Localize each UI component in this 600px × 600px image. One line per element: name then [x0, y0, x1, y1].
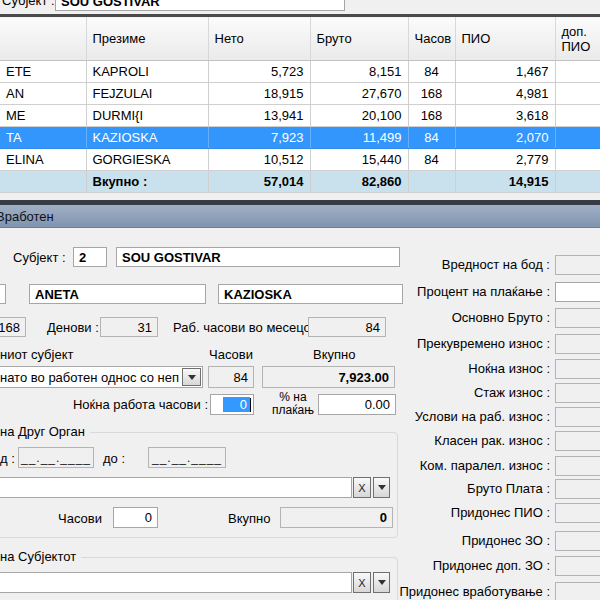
seniority-amount-label: Стаж износ :: [360, 385, 550, 400]
total-column-label: Вкупно: [313, 347, 355, 362]
dop-zo-contribution-field: [555, 556, 600, 576]
value-point-field: [555, 255, 600, 275]
col-bruto[interactable]: Бруто: [310, 16, 408, 61]
table-row[interactable]: ELINA GORGIESKA 10,512 15,440 84 2,779: [0, 149, 600, 171]
night-work-input[interactable]: 0: [210, 394, 254, 415]
night-work-label: Ноќна работа часови :: [60, 397, 208, 412]
parallel-amount-field: [555, 456, 600, 476]
value-point-label: Вредност на бод :: [360, 257, 550, 272]
from-label: д :: [0, 451, 15, 466]
other-org-combobox[interactable]: [0, 477, 352, 498]
pio-contribution-label: Придонес ПИО :: [360, 505, 550, 520]
overtime-amount-label: Прекувремено износ :: [360, 336, 550, 351]
col-surname[interactable]: Презиме: [86, 16, 208, 61]
to-label: до :: [103, 451, 125, 466]
table-row[interactable]: AN FEJZULAI 18,915 27,670 168 4,981: [0, 83, 600, 105]
zo-contribution-field: [555, 531, 600, 551]
seniority-amount-field: [555, 383, 600, 403]
pct-label: % на плаќањ: [268, 391, 318, 417]
totals-row: Вкупно : 57,014 82,860 14,915: [0, 171, 600, 193]
other-total-label: Вкупно: [228, 511, 270, 526]
payment-percent-field[interactable]: [555, 282, 600, 302]
employees-grid: Презиме Нето Бруто Часов ПИО доп. ПИО ET…: [0, 14, 600, 193]
selected-text: 0: [223, 397, 250, 412]
class-leader-amount-label: Класен рак. износ :: [360, 433, 550, 448]
month-hours-field: 168: [0, 317, 26, 337]
other-hours-label: Часови: [58, 511, 102, 526]
other-org-group-label: на Друг Орган: [0, 424, 90, 439]
subject-id-field[interactable]: 2: [73, 247, 107, 267]
first-name-field[interactable]: ANETA: [29, 284, 206, 304]
employment-type-text: нато во работен однос со неп: [0, 370, 179, 385]
days-label: Денови :: [47, 320, 99, 335]
section-bar: Вработен: [0, 205, 600, 228]
col-hours[interactable]: Часов: [408, 16, 455, 61]
grid-header-row: Презиме Нето Бруто Часов ПИО доп. ПИО: [0, 16, 600, 61]
parallel-amount-label: Ком. паралел. износ :: [360, 458, 550, 473]
employment-contribution-field: [555, 582, 600, 600]
gross-salary-label: Бруто Плата :: [360, 481, 550, 496]
col-neto[interactable]: Нето: [208, 16, 310, 61]
top-subject-strip: Субјект : SOU GOSTIVAR: [0, 0, 600, 13]
clipped-field-fragment: [0, 284, 6, 304]
overtime-amount-field: [555, 334, 600, 354]
subject-work-combobox[interactable]: [0, 572, 352, 593]
table-row[interactable]: ETE KAPROLI 5,723 8,151 84 1,467: [0, 61, 600, 83]
date-to-field[interactable]: __.__.____: [148, 447, 226, 468]
date-from-field[interactable]: __.__.____: [18, 447, 94, 468]
table-row-selected[interactable]: TA KAZIOSKA 7,923 11,499 84 2,070: [0, 127, 600, 149]
other-hours-field[interactable]: 0: [113, 507, 158, 528]
subject-group-label: на Субјектот: [0, 549, 81, 564]
night-amount-label: Ноќна износ :: [360, 361, 550, 376]
text-caret: [250, 398, 251, 412]
work-hours-label: Раб. часови во месецот :: [173, 320, 324, 335]
base-gross-field: [555, 308, 600, 328]
chevron-down-icon[interactable]: [182, 368, 201, 386]
work-conditions-amount-label: Услови на раб. износ :: [360, 409, 550, 424]
employment-contribution-label: Придонес вработување :: [360, 584, 550, 599]
days-field: 31: [100, 317, 158, 337]
col-dop-pio[interactable]: доп. ПИО: [555, 16, 600, 61]
table-row[interactable]: ME DURMI{I 13,941 20,100 168 3,618: [0, 105, 600, 127]
section-bar-title: Вработен: [0, 209, 54, 224]
col-pio[interactable]: ПИО: [455, 16, 555, 61]
hours-column-label: Часови: [209, 347, 253, 362]
subject-strip-field[interactable]: SOU GOSTIVAR: [55, 0, 345, 11]
subject-label: Субјект :: [13, 250, 66, 265]
col-name[interactable]: [0, 16, 86, 61]
employment-hours-field: 84: [208, 366, 254, 388]
subject-name-field[interactable]: SOU GOSTIVAR: [116, 247, 400, 267]
night-amount-field: [555, 359, 600, 379]
gross-salary-field: [555, 479, 600, 499]
base-gross-label: Основно Бруто :: [360, 310, 550, 325]
payment-percent-label: Процент на плаќање :: [360, 284, 550, 299]
dop-zo-contribution-label: Придонес доп. ЗО :: [360, 558, 550, 573]
work-conditions-amount-field: [555, 407, 600, 427]
zo-contribution-label: Придонес ЗО :: [360, 533, 550, 548]
subject-section-label: ниот субјект: [0, 347, 73, 362]
employment-type-combobox[interactable]: нато во работен однос со неп: [0, 366, 203, 388]
class-leader-amount-field: [555, 431, 600, 451]
pio-contribution-field: [555, 503, 600, 523]
subject-strip-label: Субјект :: [2, 0, 55, 8]
